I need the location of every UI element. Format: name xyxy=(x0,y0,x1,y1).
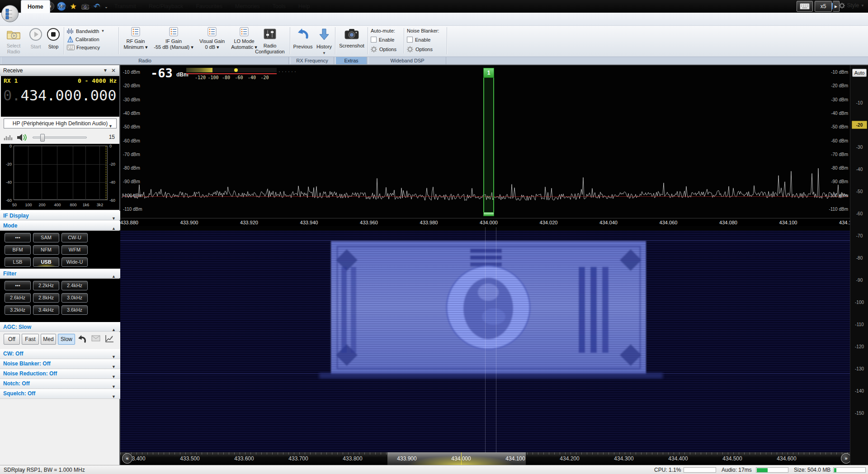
navigate-back-button[interactable]: « xyxy=(122,453,132,464)
group-label-rx-frequency: RX Frequency xyxy=(290,57,334,65)
history-button[interactable]: History ▼ xyxy=(315,27,334,56)
speaker-icon[interactable] xyxy=(16,133,28,142)
screenshot-button[interactable]: Screenshot xyxy=(337,27,367,56)
section-squelch[interactable]: Squelch: Off▼ xyxy=(0,389,120,399)
app-menu-button[interactable] xyxy=(1,5,19,22)
frequency-button[interactable]: Frequency xyxy=(67,43,100,51)
tab-transmit[interactable]: Transmit xyxy=(108,0,142,13)
section-mode[interactable]: Mode ▲ xyxy=(0,221,120,230)
tab-home[interactable]: Home xyxy=(21,0,50,13)
mode-usb[interactable]: USB xyxy=(33,257,59,267)
filter-3-0khz[interactable]: 3.0kHz xyxy=(61,293,88,303)
noise-blanker-enable[interactable]: Enable xyxy=(407,35,446,44)
mode-wfm[interactable]: WFM xyxy=(61,245,88,255)
visual-gain-button[interactable]: Visual Gain0 dB ▾ xyxy=(197,27,227,56)
audio-device-dropdown[interactable]: HP (Périphérique High Definition Audio) … xyxy=(4,118,117,128)
chevron-down-icon: ▼ xyxy=(112,392,116,402)
spectrum-frequency-axis[interactable]: 433.880433.900433.920433.940433.960433.9… xyxy=(120,218,850,226)
ribbon-tab-row xyxy=(0,13,868,26)
agc-chart-icon[interactable] xyxy=(105,335,114,343)
agc-med[interactable]: Med xyxy=(41,334,56,345)
mode-lsb[interactable]: LSB xyxy=(5,257,31,267)
range-label: -110 xyxy=(850,322,868,327)
section-noise-blanker[interactable]: Noise Blanker: Off▼ xyxy=(0,359,120,369)
previous-frequency-button[interactable]: Previous xyxy=(292,27,314,56)
agc-undo-icon[interactable] xyxy=(77,335,87,344)
tab-memories[interactable]: Memories xyxy=(229,0,266,13)
start-button[interactable]: Start xyxy=(27,27,44,56)
tab-receive[interactable]: Receive xyxy=(75,0,108,13)
rf-gain-button[interactable]: RF GainMinimum ▾ xyxy=(121,27,150,56)
tab-view[interactable]: View xyxy=(50,0,75,13)
section-if-display[interactable]: IF Display ▼ xyxy=(0,211,120,220)
filter-2-2khz[interactable]: 2.2kHz xyxy=(33,281,59,290)
tab-help[interactable]: Help xyxy=(292,0,316,13)
section-notch[interactable]: Notch: Off▼ xyxy=(0,379,120,389)
filter-2-4khz[interactable]: 2.4kHz xyxy=(61,281,88,290)
mode-wide-u[interactable]: Wide-U xyxy=(61,257,88,267)
agc-envelope-icon[interactable] xyxy=(91,335,100,342)
section-agc[interactable]: AGC: Slow ▲ xyxy=(0,322,120,332)
agc-slow[interactable]: Slow xyxy=(58,334,75,345)
panel-collapse-icon[interactable]: ▼ xyxy=(103,66,108,75)
radio-configuration-button[interactable]: Radio Configuration xyxy=(251,27,288,56)
frequency-navigator[interactable]: 433.400433.500433.600433.700433.800433.9… xyxy=(120,452,850,465)
keyboard-entry-button[interactable] xyxy=(797,1,813,12)
auto-mute-enable[interactable]: Enable xyxy=(371,35,404,44)
section-noise-reduction[interactable]: Noise Reduction: Off▼ xyxy=(0,369,120,379)
volume-slider-thumb[interactable] xyxy=(40,134,45,142)
checkbox-icon[interactable] xyxy=(371,37,377,43)
grid-line xyxy=(73,146,73,200)
ribbon-separator xyxy=(335,27,335,54)
zoom-factor-button[interactable]: x5 xyxy=(815,1,832,12)
bandwidth-icon xyxy=(67,28,74,34)
range-label: -120 xyxy=(850,344,868,349)
radio-config-label1: Radio xyxy=(264,43,277,48)
tab-rec-playback[interactable]: Rec/Playback xyxy=(142,0,189,13)
frequency-display[interactable]: RX 1 0 - 4000 Hz 0.434.000.000 xyxy=(1,76,119,117)
mode-nfm[interactable]: NFM xyxy=(33,245,59,255)
tab-favourites[interactable]: Favourites xyxy=(189,0,228,13)
auto-range-button[interactable]: Auto xyxy=(852,69,867,77)
agc-fast[interactable]: Fast xyxy=(22,334,39,345)
panel-close-icon[interactable]: ✕ xyxy=(111,66,116,75)
frequency-digits[interactable]: 0.434.000.000 xyxy=(3,87,116,104)
checkbox-icon[interactable] xyxy=(407,37,413,43)
rx-label: RX 1 xyxy=(4,77,18,84)
bandwidth-button[interactable]: Bandwidth ▼ xyxy=(67,27,104,35)
filter-3-4khz[interactable]: 3.4kHz xyxy=(33,305,59,315)
calibration-button[interactable]: Calibration xyxy=(67,35,99,43)
section-filter[interactable]: Filter ▲ xyxy=(0,269,120,278)
audio-spectrum-graph[interactable]: 00-20-20-40-40-60-60501002004008001k63k2 xyxy=(1,144,119,210)
mode--[interactable]: ••• xyxy=(5,233,31,242)
ribbon-separator xyxy=(118,27,119,54)
equalizer-icon[interactable] xyxy=(4,134,13,141)
rx-marker-badge[interactable]: 1 xyxy=(483,68,494,78)
agc-off[interactable]: Off xyxy=(4,334,20,345)
grid-line xyxy=(42,146,42,200)
mode-bfm[interactable]: BFM xyxy=(5,245,31,255)
filter-3-2khz[interactable]: 3.2kHz xyxy=(5,305,31,315)
rx-tuning-band-cap[interactable] xyxy=(483,212,494,216)
auto-mute-options[interactable]: Options xyxy=(371,44,404,54)
options-label: Options xyxy=(379,47,396,52)
rx-tuning-band[interactable] xyxy=(483,68,494,216)
waterfall-range-strip[interactable]: Auto -10-20-30-40-50-60-70-80-90-100-110… xyxy=(850,65,868,465)
filter-3-6khz[interactable]: 3.6kHz xyxy=(61,305,88,315)
receive-panel-header[interactable]: Receive ▼ ✕ xyxy=(0,66,119,76)
section-cw[interactable]: CW: Off▼ xyxy=(0,349,120,359)
mode-cw-u[interactable]: CW-U xyxy=(61,233,88,242)
filter-2-6khz[interactable]: 2.6kHz xyxy=(5,293,31,303)
mode-sam[interactable]: SAM xyxy=(33,233,59,242)
stop-button[interactable]: Stop xyxy=(45,27,62,56)
tab-tools[interactable]: Tools xyxy=(266,0,292,13)
if-gain-button[interactable]: IF Gain-55 dB (Manual) ▾ xyxy=(152,27,195,56)
style-menu-button[interactable]: Style ▼ xyxy=(839,2,864,9)
db-label-right: -70 dBm xyxy=(821,152,848,157)
noise-blanker-options[interactable]: Options xyxy=(407,44,446,54)
filter--[interactable]: ••• xyxy=(5,281,31,290)
zoom-step-button[interactable]: ▶ xyxy=(833,1,840,12)
filter-2-8khz[interactable]: 2.8kHz xyxy=(33,293,59,303)
volume-slider[interactable] xyxy=(33,137,87,138)
select-radio-button[interactable]: Select Radio xyxy=(3,27,24,56)
